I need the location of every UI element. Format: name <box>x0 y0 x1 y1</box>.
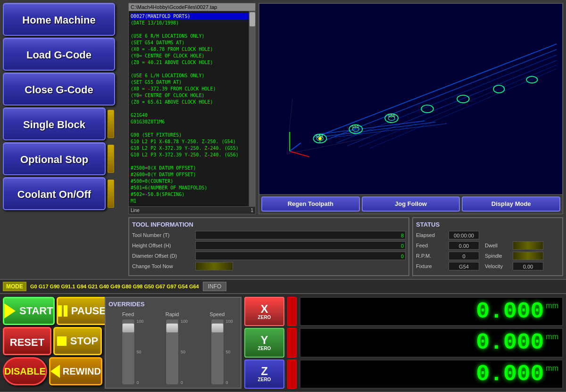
fixture-row: Fixture G54 Velocity 0.00 <box>416 262 559 270</box>
start-pause-row: START PAUSE <box>3 297 102 325</box>
rapid-slider-thumb[interactable] <box>166 323 178 333</box>
stop-button[interactable]: STOP <box>53 327 102 355</box>
diameter-offset-value[interactable]: 0 <box>195 252 406 260</box>
speed-slider-thumb[interactable] <box>211 323 224 333</box>
z-dro-indicator <box>287 359 297 389</box>
mode-value: G0 G17 G90 G91.1 G94 G21 G40 G49 G80 G98… <box>30 284 199 289</box>
dwell-indicator <box>513 241 543 250</box>
pause-button[interactable]: PAUSE <box>57 297 108 325</box>
reset-button[interactable]: RESET <box>3 327 51 355</box>
rewind-label: REWIND <box>63 366 101 377</box>
feed-slider-group: Feed 100 50 0 <box>122 311 135 385</box>
dro-indicators <box>287 297 297 389</box>
x-dro-indicator <box>287 297 297 326</box>
sliders-row: Feed 100 50 0 Rapid <box>108 311 238 385</box>
gcode-content[interactable]: O0027(MANIFOLD PORTS) (DATE 13/10/1998) … <box>129 11 255 206</box>
feed-mark-100: 100 <box>137 319 144 324</box>
svg-text:G54: G54 <box>316 134 323 139</box>
velocity-label: Velocity <box>485 263 511 269</box>
z-dro-value: 0.000 <box>476 361 544 387</box>
gcode-line: (SET G54 DATUMS AT) <box>131 40 184 45</box>
line-label: Line <box>131 208 140 213</box>
mode-bar: MODE G0 G17 G90 G91.1 G94 G21 G40 G49 G8… <box>0 279 566 294</box>
toolpath-svg: G54 G55 G56 <box>259 4 562 194</box>
overrides-panel: OVERRIDES Feed 100 50 0 <box>105 297 241 389</box>
pause-bar-left <box>58 305 62 317</box>
rpm-label: R.P.M. <box>416 253 447 259</box>
regen-toolpath-button[interactable]: Regen Toolpath <box>261 196 360 212</box>
overrides-title: OVERRIDES <box>108 301 238 308</box>
axis-panel: X ZERO Y ZERO Z ZERO <box>244 297 284 389</box>
status-title: STATUS <box>416 221 559 228</box>
velocity-value: 0.00 <box>513 262 543 270</box>
status-panel: STATUS Elapsed 00:00:00 Feed 0.00 Dwell … <box>412 217 563 276</box>
speed-slider-track[interactable] <box>211 319 224 385</box>
start-button[interactable]: START <box>3 297 55 325</box>
gcode-line: (X0 = -68.78 FROM CLOCK HOLE) <box>131 47 213 52</box>
feed-slider-thumb[interactable] <box>122 323 134 333</box>
view-controls: Regen Toolpath Jog Follow Display Mode <box>259 194 562 213</box>
gcode-line: G10 L2 P1 X-68.78 Y-250. Z-250. (G54) <box>131 139 236 144</box>
gcode-text: O0027(MANIFOLD PORTS) (DATE 13/10/1998) … <box>129 11 255 206</box>
gcode-line: #2600=0(Y DATUM OFFSET) <box>131 172 196 177</box>
jog-follow-button[interactable]: Jog Follow <box>362 196 460 212</box>
spindle-label: Spindle <box>485 253 511 259</box>
close-gcode-button[interactable]: Close G-Code <box>3 73 115 106</box>
disable-rewind-row: DISABLE REWIND <box>3 357 102 385</box>
feed-label: Feed <box>416 243 447 248</box>
height-offset-label: Height Offset (H) <box>132 243 193 248</box>
speed-mark-0: 0 <box>226 380 233 385</box>
z-dro-unit: mm <box>546 364 558 373</box>
x-zero-label: ZERO <box>258 315 271 320</box>
rapid-mark-100: 100 <box>181 319 188 324</box>
feed-value: 0.00 <box>449 241 479 250</box>
tool-number-value[interactable]: 8 <box>195 231 406 239</box>
gcode-line: #500=0(COUNTER) <box>131 179 173 184</box>
single-block-row: Single Block <box>3 107 125 140</box>
optional-stop-row: Optional Stop <box>3 142 125 175</box>
x-axis-letter: X <box>260 303 268 315</box>
stop-icon <box>57 336 67 346</box>
gcode-line: (DATE 13/10/1998) <box>131 20 179 25</box>
optional-stop-indicator <box>108 145 114 173</box>
single-block-button[interactable]: Single Block <box>3 107 106 140</box>
svg-text:G55: G55 <box>352 124 359 129</box>
rapid-slider-track[interactable] <box>166 319 179 385</box>
gcode-scrollbar-thumb[interactable] <box>250 12 255 26</box>
diameter-offset-label: Diameter Offset (D) <box>132 253 193 259</box>
display-mode-button[interactable]: Display Mode <box>462 196 560 212</box>
feed-slider-label: Feed <box>122 311 134 317</box>
speed-mark-100: 100 <box>226 319 233 324</box>
gcode-line: (USE 6 L/H LOCATIONS ONLY) <box>131 73 205 78</box>
info-tab[interactable]: INFO <box>203 282 227 291</box>
x-zero-button[interactable]: X ZERO <box>244 297 284 326</box>
elapsed-value: 00:00:00 <box>449 231 479 239</box>
gcode-line: G91G30Z0T1M6 <box>131 119 165 124</box>
feed-mark-50: 50 <box>137 350 144 354</box>
z-axis-letter: Z <box>261 366 268 377</box>
x-dro-row: 0.000 mm <box>300 297 563 326</box>
viewport-3d[interactable]: G54 G55 G56 <box>259 4 562 194</box>
control-buttons: START PAUSE RESET STOP DISABLE <box>3 297 102 389</box>
tool-info-panel: TOOL INFORMATION Tool Number (T) 8 Heigh… <box>128 217 409 276</box>
gcode-highlighted-line: O0027(MANIFOLD PORTS) <box>131 13 253 20</box>
svg-rect-0 <box>259 27 562 170</box>
start-label: START <box>19 305 53 317</box>
gcode-scrollbar[interactable] <box>249 11 255 206</box>
load-gcode-button[interactable]: Load G-Code <box>3 38 115 71</box>
gcode-line-indicator: Line 1 <box>129 206 255 214</box>
tool-number-row: Tool Number (T) 8 <box>132 231 406 239</box>
coolant-button[interactable]: Coolant On/Off <box>3 177 106 210</box>
disable-button[interactable]: DISABLE <box>3 357 47 385</box>
z-zero-button[interactable]: Z ZERO <box>244 359 284 389</box>
height-offset-value[interactable]: 0 <box>195 241 406 250</box>
feed-slider-track[interactable] <box>122 319 135 385</box>
gcode-line: #2500=0(X DATUM OFFSET) <box>131 165 196 171</box>
rewind-button[interactable]: REWIND <box>49 357 102 385</box>
gcode-line: #501=6(NUMBER OF MANIFOLDS) <box>131 185 208 190</box>
y-zero-button[interactable]: Y ZERO <box>244 328 284 357</box>
gcode-line: G10 L2 P2 X-372.39 Y-250. Z-240. (G55) <box>131 146 239 151</box>
home-machine-button[interactable]: Home Machine <box>3 3 115 36</box>
optional-stop-button[interactable]: Optional Stop <box>3 142 106 175</box>
spindle-indicator <box>513 252 543 260</box>
